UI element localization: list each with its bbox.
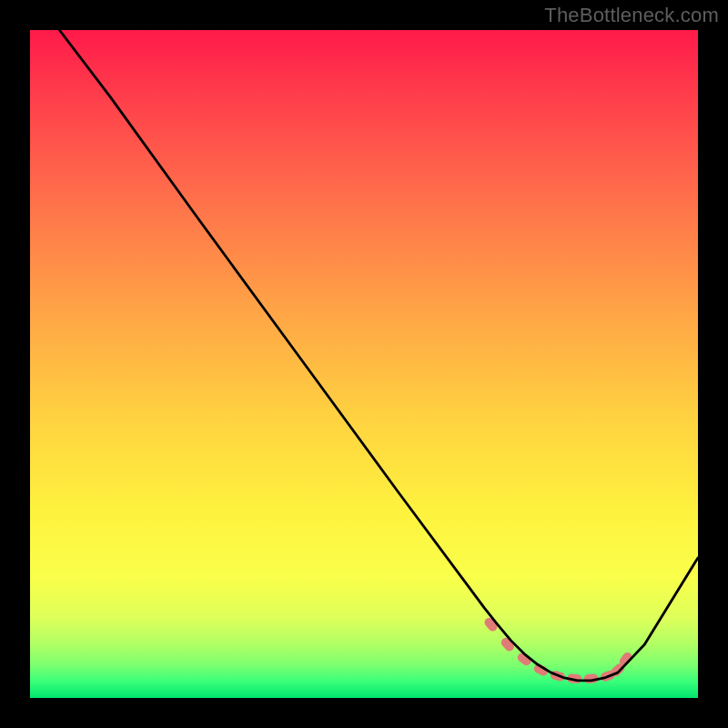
- watermark-text: TheBottleneck.com: [544, 4, 719, 27]
- chart-frame: TheBottleneck.com: [0, 0, 728, 728]
- plot-area: [30, 30, 698, 698]
- marker-layer: [482, 616, 633, 683]
- curve-line: [59, 30, 698, 681]
- chart-svg: [30, 30, 698, 698]
